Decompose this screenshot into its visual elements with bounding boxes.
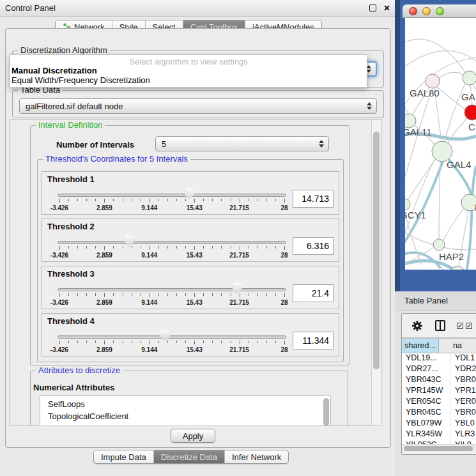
tick-label: 2.859 [96,204,112,211]
tick-label: 28 [280,299,288,306]
table-row[interactable]: YDL19...YDL1 [402,353,476,364]
network-canvas[interactable]: GAL80GACGAL11GAL4HGCY1HAP2 [400,18,476,270]
algorithm-option[interactable]: Manual Discretization [10,65,367,75]
slider-thumb[interactable] [160,330,170,341]
network-window-titlebar[interactable] [403,4,476,18]
close-traffic-light[interactable] [409,7,417,15]
numerical-attributes-list[interactable]: SelfLoopsTopologicalCoefficientBetweenne… [40,395,331,426]
slider-track[interactable] [58,288,286,291]
checkbox-icon-1[interactable]: ✓ [457,323,463,329]
tick-mark [249,199,249,201]
tick-mark [194,199,195,203]
tick-mark [284,246,285,250]
table-panel-window: ✓ ✓ shared... na YDL19...YDL1YDR27...YDR… [401,313,476,455]
tick-mark [257,341,258,343]
tick-label: 21.715 [229,204,249,211]
tick-mark [221,293,222,296]
algorithm-option[interactable]: Equal Width/Frequency Discretization [10,75,367,84]
attribute-list-item[interactable]: TopologicalCoefficient [40,410,330,422]
slider-track[interactable] [58,241,286,244]
attribute-list-item[interactable]: BetweennessCentrality [40,422,330,426]
attribute-list-item[interactable]: SelfLoops [40,396,330,410]
table-row[interactable]: YLR345WYLR3 [402,429,476,440]
node-h[interactable] [461,194,476,211]
threshold-value-input[interactable] [293,237,334,255]
tick-mark [249,341,249,343]
tick-mark [266,293,267,296]
vertical-scrollbar[interactable] [371,120,381,426]
tick-label: 2.859 [96,252,112,259]
tick-mark [132,341,132,343]
table-row[interactable]: YPR145WYPR1 [402,386,476,397]
interval-definition-label: Interval Definition [36,121,105,130]
threshold-value-input[interactable] [293,284,334,302]
slider-track[interactable] [58,335,286,339]
slider-thumb[interactable] [125,236,134,247]
tick-mark [275,293,276,296]
tick-mark [104,246,105,250]
gear-icon[interactable] [411,320,423,332]
tick-mark [284,341,285,344]
bottom-tab-bar: Impute DataDiscretize DataInfer Network [93,450,289,464]
horizontal-scrollbar-thumb[interactable] [404,446,473,451]
tick-mark [240,199,240,203]
threshold-slider[interactable]: -3.4262.8599.14415.4321.71528 [58,172,286,215]
slider-thumb[interactable] [233,283,242,294]
threshold-slider[interactable]: -3.4262.8599.14415.4321.71528 [58,219,286,263]
node-hap2[interactable] [433,239,445,250]
number-of-intervals-label: Number of Intervals [56,140,134,150]
float-window-icon[interactable] [369,4,376,12]
table-row[interactable]: YBL079WYBL0 [402,418,476,429]
checkbox-icon-2[interactable]: ✓ [466,323,472,329]
tick-mark [150,199,150,203]
node-gal80[interactable] [426,74,440,88]
table-row[interactable]: YER054CYER0 [402,397,476,408]
number-of-intervals-combobox[interactable]: 5 [155,136,329,151]
tick-mark [68,199,69,201]
threshold-value-input[interactable] [293,332,334,349]
tab-discretize-data[interactable]: Discretize Data [153,450,224,463]
node-g[interactable] [463,71,476,85]
close-icon[interactable]: × [384,4,390,12]
tick-label: 28 [280,204,288,211]
column-header-shared[interactable]: shared... [402,339,439,353]
algorithm-prompt-option[interactable]: Select algorithm to view settings [10,55,367,65]
list-scrollbar-thumb[interactable] [323,398,329,426]
table-data-combobox[interactable]: galFiltered.sif default node [19,98,377,114]
node-label: GAL80 [410,88,440,98]
column-header-name[interactable]: na [439,339,476,353]
combo-stepper-icon [319,140,324,148]
column-layout-icon[interactable] [435,320,445,331]
tick-mark [249,246,249,249]
minimize-traffic-light[interactable] [422,7,431,15]
horizontal-scrollbar[interactable] [402,444,476,452]
table-row[interactable]: YBR043CYBR0 [402,375,476,386]
threshold-slider[interactable]: -3.4262.8599.14415.4321.71528 [58,266,286,310]
tick-mark [266,341,267,343]
tick-mark [231,341,231,343]
tick-mark [167,341,168,343]
tick-mark [185,341,186,343]
table-row[interactable]: YBR045CYBR0 [402,408,476,418]
slider-thumb[interactable] [185,188,194,199]
tick-mark [59,246,60,250]
threshold-slider[interactable]: -3.4262.8599.14415.4321.71528 [58,314,286,357]
vertical-scrollbar-thumb[interactable] [373,132,380,369]
tick-mark [194,246,195,250]
cyni-toolbox-panel: Discretization Algorithm Select algorith… [5,28,391,448]
apply-button[interactable]: Apply [171,429,215,443]
tick-mark [275,199,276,201]
slider-ticks: -3.4262.8599.14415.4321.71528 [59,199,284,215]
node-gcy1[interactable] [400,199,410,210]
tab-infer-network[interactable]: Infer Network [224,450,288,463]
threshold-value-input[interactable] [293,190,334,208]
table-row[interactable]: YDR27...YDR2 [402,364,476,375]
zoom-traffic-light[interactable] [436,7,444,15]
tick-label: -3.426 [50,346,68,353]
cell-name: YLR3 [450,429,476,440]
tick-label: -3.426 [50,252,68,259]
tab-impute-data[interactable]: Impute Data [94,450,153,463]
slider-track[interactable] [58,194,286,197]
node-gal11[interactable] [402,114,416,128]
tick-mark [150,341,150,344]
